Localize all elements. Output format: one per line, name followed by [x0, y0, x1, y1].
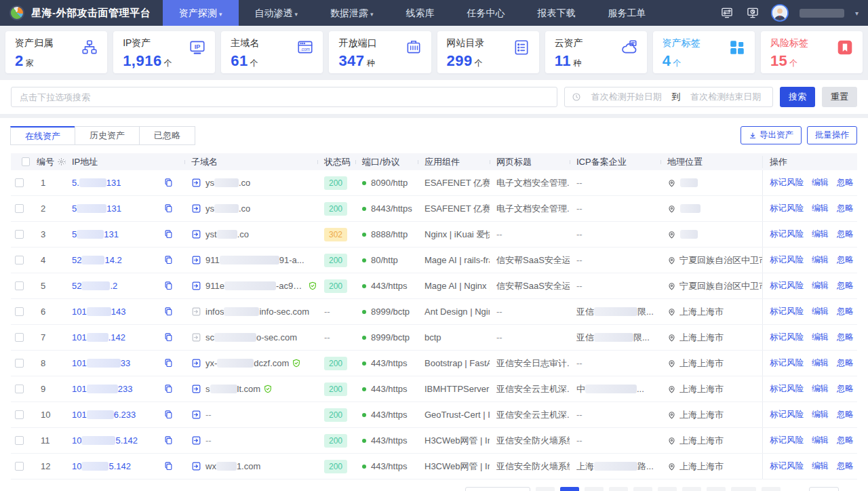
stat-card[interactable]: 网站目录299个 — [437, 31, 539, 73]
ip-address[interactable]: 52.2 — [72, 281, 117, 291]
page-button[interactable]: 4 — [633, 487, 652, 491]
stat-card[interactable]: 风险标签15个 — [761, 31, 863, 73]
copy-icon[interactable] — [163, 255, 174, 265]
copy-icon[interactable] — [163, 307, 174, 317]
tab-inactive[interactable]: 已忽略 — [139, 126, 195, 145]
page-button[interactable]: 5 — [658, 487, 677, 491]
row-action-link[interactable]: 忽略 — [837, 383, 854, 395]
row-checkbox[interactable] — [15, 281, 24, 290]
reset-button[interactable]: 重置 — [822, 87, 857, 107]
stat-card[interactable]: 云资产11种 — [545, 31, 647, 73]
row-action-link[interactable]: 忽略 — [837, 409, 854, 420]
row-action-link[interactable]: 编辑 — [812, 254, 829, 266]
row-action-link[interactable]: 标记风险 — [770, 460, 804, 472]
row-action-link[interactable]: 忽略 — [837, 177, 854, 189]
search-button[interactable]: 搜索 — [780, 87, 815, 107]
row-action-link[interactable]: 忽略 — [837, 435, 854, 446]
open-link-icon[interactable] — [191, 178, 201, 188]
row-checkbox[interactable] — [15, 230, 24, 239]
row-action-link[interactable]: 标记风险 — [770, 280, 804, 292]
stat-card[interactable]: 开放端口347种 — [329, 31, 431, 73]
open-link-icon[interactable] — [191, 461, 201, 471]
goto-page-input[interactable] — [809, 487, 839, 491]
row-action-link[interactable]: 忽略 — [837, 203, 854, 214]
row-action-link[interactable]: 编辑 — [812, 229, 829, 240]
row-checkbox[interactable] — [15, 204, 24, 213]
row-action-link[interactable]: 标记风险 — [770, 435, 804, 446]
nav-item[interactable]: 报表下载 — [521, 0, 592, 26]
nav-item[interactable]: 数据泄露▾ — [314, 0, 390, 26]
stat-card[interactable]: IP资产1,916个IP — [113, 31, 215, 73]
batch-actions-button[interactable]: 批量操作 — [807, 126, 857, 144]
ip-address[interactable]: 101233 — [72, 384, 132, 394]
row-action-link[interactable]: 标记风险 — [770, 383, 804, 395]
copy-icon[interactable] — [163, 229, 174, 239]
row-action-link[interactable]: 忽略 — [837, 306, 854, 317]
date-range-picker[interactable]: 首次检测开始日期 到 首次检测结束日期 — [564, 87, 773, 107]
page-button[interactable]: 1 — [560, 487, 579, 491]
open-link-icon[interactable] — [191, 307, 201, 317]
copy-icon[interactable] — [163, 384, 174, 394]
row-action-link[interactable]: 标记风险 — [770, 177, 804, 189]
row-checkbox[interactable] — [15, 462, 24, 471]
nav-item[interactable]: 资产探测▾ — [163, 0, 239, 26]
ip-address[interactable]: 105.142 — [72, 461, 131, 471]
row-checkbox[interactable] — [15, 256, 24, 264]
stat-card[interactable]: 资产标签4个 — [653, 31, 755, 73]
copy-icon[interactable] — [163, 178, 174, 188]
open-link-icon[interactable] — [191, 281, 201, 291]
date-start-placeholder[interactable]: 首次检测开始日期 — [587, 91, 667, 103]
copy-icon[interactable] — [163, 358, 174, 368]
open-link-icon[interactable] — [191, 435, 201, 446]
row-checkbox[interactable] — [15, 359, 24, 368]
row-action-link[interactable]: 标记风险 — [770, 203, 804, 214]
settings-sliders-icon[interactable] — [719, 5, 734, 20]
stat-card[interactable]: 资产归属2家 — [5, 31, 107, 73]
row-checkbox[interactable] — [15, 333, 24, 342]
row-action-link[interactable]: 编辑 — [812, 357, 829, 369]
ip-address[interactable]: 105.142 — [72, 435, 138, 446]
row-action-link[interactable]: 标记风险 — [770, 332, 804, 343]
ip-address[interactable]: 5214.2 — [72, 255, 122, 265]
row-action-link[interactable]: 编辑 — [812, 177, 829, 189]
tab-active[interactable]: 在线资产 — [10, 126, 75, 145]
copy-icon[interactable] — [163, 410, 174, 420]
user-menu-caret-icon[interactable]: ▾ — [855, 9, 859, 17]
row-action-link[interactable]: 编辑 — [812, 280, 829, 292]
row-checkbox[interactable] — [15, 436, 24, 445]
ip-address[interactable]: 101143 — [72, 307, 125, 317]
row-action-link[interactable]: 忽略 — [837, 357, 854, 369]
stat-card[interactable]: 主域名61个.com — [221, 31, 323, 73]
nav-item[interactable]: 任务中心 — [451, 0, 521, 26]
copy-icon[interactable] — [163, 435, 174, 446]
more-pages-button[interactable]: ••• — [707, 487, 726, 491]
row-action-link[interactable]: 忽略 — [837, 460, 854, 472]
tab-inactive[interactable]: 历史资产 — [75, 126, 140, 145]
row-action-link[interactable]: 标记风险 — [770, 409, 804, 420]
row-action-link[interactable]: 编辑 — [812, 332, 829, 343]
row-action-link[interactable]: 编辑 — [812, 435, 829, 446]
row-action-link[interactable]: 忽略 — [837, 280, 854, 292]
dashboard-monitor-icon[interactable] — [745, 5, 760, 20]
column-settings-gear-icon[interactable] — [57, 157, 65, 166]
page-button[interactable]: 3735 — [731, 487, 756, 491]
open-link-icon[interactable] — [191, 384, 201, 394]
open-link-icon[interactable] — [191, 203, 201, 214]
row-action-link[interactable]: 编辑 — [812, 306, 829, 317]
open-link-icon[interactable] — [191, 332, 201, 342]
ip-address[interactable]: 5.131 — [72, 178, 121, 188]
row-action-link[interactable]: 忽略 — [837, 332, 854, 343]
row-action-link[interactable]: 忽略 — [837, 254, 854, 266]
next-page-button[interactable]: › — [762, 487, 781, 491]
nav-item[interactable]: 服务工单 — [592, 0, 663, 26]
ip-address[interactable]: 5131 — [72, 203, 121, 214]
row-checkbox[interactable] — [15, 385, 24, 393]
open-link-icon[interactable] — [191, 410, 201, 420]
date-end-placeholder[interactable]: 首次检测结束日期 — [686, 91, 766, 103]
open-link-icon[interactable] — [191, 255, 201, 265]
copy-icon[interactable] — [163, 461, 174, 471]
row-checkbox[interactable] — [15, 307, 24, 316]
copy-icon[interactable] — [163, 203, 174, 214]
row-action-link[interactable]: 编辑 — [812, 383, 829, 395]
row-action-link[interactable]: 编辑 — [812, 203, 829, 214]
